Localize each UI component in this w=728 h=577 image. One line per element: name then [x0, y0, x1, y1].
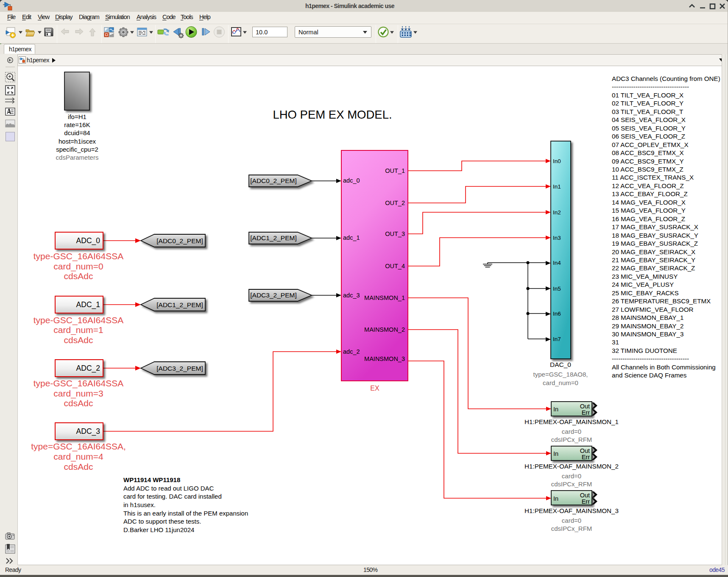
svg-text:In6: In6 — [553, 311, 561, 317]
svg-text:type=GSC_16AI64SSA,: type=GSC_16AI64SSA, — [31, 441, 126, 452]
svg-text:WP11914 WP11918: WP11914 WP11918 — [123, 476, 180, 483]
svg-text:11 ACC_ISCTEX_TRANS_X: 11 ACC_ISCTEX_TRANS_X — [612, 174, 694, 181]
svg-text:LHO PEM EX MODEL.: LHO PEM EX MODEL. — [273, 108, 392, 121]
svg-text:card_num=0: card_num=0 — [53, 261, 103, 272]
svg-text:adc_1: adc_1 — [343, 234, 360, 241]
svg-text:21 MAG_EBAY_SEIRACK_Y: 21 MAG_EBAY_SEIRACK_Y — [612, 256, 695, 264]
svg-text:22 MAG_EBAY_SEIRACK_Z: 22 MAG_EBAY_SEIRACK_Z — [612, 264, 695, 272]
svg-text:cdsIPCx_RFM: cdsIPCx_RFM — [551, 480, 592, 488]
svg-text:specific_cpu=2: specific_cpu=2 — [56, 146, 98, 153]
svg-text:ADC to support these tests.: ADC to support these tests. — [123, 518, 201, 525]
svg-text:In: In — [553, 450, 558, 457]
svg-text:Out: Out — [580, 492, 590, 499]
svg-text:rate=16K: rate=16K — [64, 121, 90, 128]
svg-text:05 SEIS_VEA_FLOOR_Y: 05 SEIS_VEA_FLOOR_Y — [612, 125, 686, 132]
svg-text:[ADC3_2_PEM]: [ADC3_2_PEM] — [250, 291, 296, 299]
svg-text:Out: Out — [580, 403, 590, 410]
svg-text:In4: In4 — [553, 260, 561, 266]
svg-text:MAINSMON_2: MAINSMON_2 — [364, 326, 405, 333]
svg-text:type-GSC_16AI64SSA: type-GSC_16AI64SSA — [33, 315, 123, 325]
svg-text:------------------------------: ------------------------------------ — [612, 83, 689, 90]
svg-text:H1:PEMEX-OAF_MAINSMON_3: H1:PEMEX-OAF_MAINSMON_3 — [524, 507, 619, 514]
svg-text:26 TEMPERATURE_BSC9_ETMX: 26 TEMPERATURE_BSC9_ETMX — [612, 297, 711, 305]
svg-text:D.Barker LHO 11jun2024: D.Barker LHO 11jun2024 — [123, 526, 194, 533]
svg-text:20 MAG_EBAY_SEIRACK_X: 20 MAG_EBAY_SEIRACK_X — [612, 248, 695, 255]
svg-text:All Channels in Both Commissio: All Channels in Both Commissioning — [612, 363, 716, 371]
svg-text:ifo=H1: ifo=H1 — [68, 113, 86, 120]
svg-text:card=0: card=0 — [562, 472, 581, 480]
svg-text:H1:PEMEX-OAF_MAINSMON_1: H1:PEMEX-OAF_MAINSMON_1 — [524, 418, 619, 425]
svg-text:In1: In1 — [553, 183, 561, 190]
svg-text:card_num=0: card_num=0 — [543, 379, 578, 386]
svg-text:06 SEIS_VEA_FLOOR_Z: 06 SEIS_VEA_FLOOR_Z — [612, 133, 685, 140]
svg-text:In3: In3 — [553, 235, 561, 241]
svg-text:cdsAdc: cdsAdc — [64, 335, 93, 345]
svg-text:ADC_0: ADC_0 — [76, 236, 100, 245]
svg-text:[ADC1_2_PEM]: [ADC1_2_PEM] — [156, 301, 203, 308]
svg-text:In0: In0 — [553, 158, 561, 164]
svg-text:10 ACC_BSC9_ETMX_Z: 10 ACC_BSC9_ETMX_Z — [612, 166, 683, 173]
svg-text:cdsParameters: cdsParameters — [56, 154, 99, 161]
svg-text:card for testing. DAC card ins: card for testing. DAC card installed — [123, 493, 222, 500]
svg-text:13 ACC_EBAY_FLOOR_Z: 13 ACC_EBAY_FLOOR_Z — [612, 190, 688, 197]
svg-text:host=h1iscex: host=h1iscex — [59, 138, 96, 145]
svg-text:type=GSC_18AO8,: type=GSC_18AO8, — [533, 371, 588, 378]
svg-text:card_num=1: card_num=1 — [53, 325, 103, 335]
svg-text:31: 31 — [612, 338, 619, 346]
svg-text:[ADC3_2_PEM]: [ADC3_2_PEM] — [156, 365, 203, 372]
svg-text:[ADC1_2_PEM]: [ADC1_2_PEM] — [250, 234, 296, 241]
svg-text:card_num=4: card_num=4 — [53, 452, 103, 462]
svg-text:07 ACC_OPLEV_ETMX_X: 07 ACC_OPLEV_ETMX_X — [612, 141, 689, 148]
svg-text:In2: In2 — [553, 209, 561, 216]
svg-text:DAC_0: DAC_0 — [550, 361, 571, 368]
svg-text:27 LOWFMIC_VEA_FLOOR: 27 LOWFMIC_VEA_FLOOR — [612, 306, 693, 313]
svg-text:02 TILT_VEA_FLOOR_Y: 02 TILT_VEA_FLOOR_Y — [612, 100, 683, 107]
svg-text:ADC3 Channels (Counting from O: ADC3 Channels (Counting from ONE) — [612, 75, 720, 82]
svg-text:Err: Err — [582, 409, 590, 416]
svg-text:32 TIMING DUOTONE: 32 TIMING DUOTONE — [612, 347, 677, 354]
svg-text:[ADC0_2_PEM]: [ADC0_2_PEM] — [250, 177, 296, 184]
svg-text:15 MAG_VEA_FLOOR_Y: 15 MAG_VEA_FLOOR_Y — [612, 207, 686, 214]
svg-text:card=0: card=0 — [562, 517, 581, 524]
svg-text:23 MIC_VEA_MINUSY: 23 MIC_VEA_MINUSY — [612, 273, 678, 280]
svg-text:04 SEIS_VEA_FLOOR_X: 04 SEIS_VEA_FLOOR_X — [612, 116, 686, 123]
svg-text:OUT_2: OUT_2 — [385, 200, 405, 206]
svg-text:This is an early install of th: This is an early install of the PEM expa… — [123, 510, 248, 517]
svg-text:09 ACC_BSC9_ETMX_Y: 09 ACC_BSC9_ETMX_Y — [612, 158, 684, 165]
svg-text:Add ADC to read out LIGO DAC: Add ADC to read out LIGO DAC — [123, 485, 214, 492]
svg-text:OUT_1: OUT_1 — [385, 167, 405, 174]
svg-text:cdsAdc: cdsAdc — [64, 398, 93, 408]
svg-text:In: In — [553, 406, 558, 413]
svg-text:16 MAG_VEA_FLOOR_Z: 16 MAG_VEA_FLOOR_Z — [612, 215, 685, 222]
svg-text:19 MAG_EBAY_SUSRACK_Z: 19 MAG_EBAY_SUSRACK_Z — [612, 240, 698, 247]
svg-text:H1:PEMEX-OAF_MAINSMON_2: H1:PEMEX-OAF_MAINSMON_2 — [524, 463, 619, 470]
svg-text:ADC_1: ADC_1 — [76, 300, 100, 309]
svg-text:MAINSMON_3: MAINSMON_3 — [364, 355, 405, 362]
svg-text:24 MIC_VEA_PLUSY: 24 MIC_VEA_PLUSY — [612, 281, 674, 288]
svg-text:01 TILT_VEA_FLOOR_X: 01 TILT_VEA_FLOOR_X — [612, 92, 683, 99]
svg-text:Err: Err — [582, 454, 590, 460]
svg-text:adc_3: adc_3 — [343, 292, 360, 299]
svg-text:and Science DAQ Frames: and Science DAQ Frames — [612, 372, 687, 379]
svg-text:cdsAdc: cdsAdc — [64, 271, 93, 281]
svg-text:cdsIPCx_RFM: cdsIPCx_RFM — [551, 525, 592, 532]
svg-text:17 MAG_EBAY_SUSRACK_X: 17 MAG_EBAY_SUSRACK_X — [612, 223, 698, 230]
svg-text:[ADC0_2_PEM]: [ADC0_2_PEM] — [156, 237, 203, 244]
svg-text:25 MIC_EBAY_RACKS: 25 MIC_EBAY_RACKS — [612, 289, 679, 297]
svg-text:In5: In5 — [553, 286, 561, 292]
svg-text:28 MAINSMON_EBAY_1: 28 MAINSMON_EBAY_1 — [612, 314, 683, 321]
svg-text:In7: In7 — [553, 336, 561, 342]
svg-text:dcuid=84: dcuid=84 — [64, 129, 90, 136]
svg-text:card_num=3: card_num=3 — [53, 388, 103, 399]
svg-text:12 ACC_VEA_FLOOR_Z: 12 ACC_VEA_FLOOR_Z — [612, 182, 684, 189]
svg-text:14 MAG_VEA_FLOOR_X: 14 MAG_VEA_FLOOR_X — [612, 199, 686, 206]
svg-text:MAINSMON_1: MAINSMON_1 — [364, 294, 405, 301]
svg-text:Err: Err — [582, 498, 590, 505]
svg-text:OUT_4: OUT_4 — [385, 263, 405, 269]
svg-text:card=0: card=0 — [562, 428, 581, 435]
svg-text:EX: EX — [370, 385, 379, 392]
svg-text:Out: Out — [580, 447, 590, 454]
svg-text:type-GSC_16AI64SSA: type-GSC_16AI64SSA — [33, 251, 123, 261]
svg-text:cdsAdc: cdsAdc — [64, 462, 93, 472]
svg-text:cdsIPCx_RFM: cdsIPCx_RFM — [551, 436, 592, 443]
